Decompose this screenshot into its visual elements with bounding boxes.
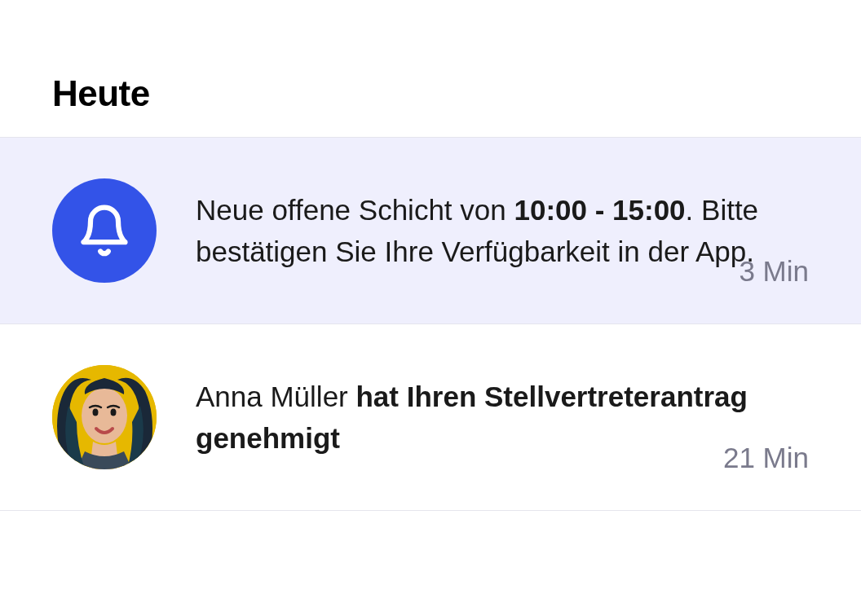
- notification-text: Neue offene Schicht von 10:00 - 15:00. B…: [196, 189, 809, 273]
- notification-list: Neue offene Schicht von 10:00 - 15:00. B…: [0, 137, 861, 511]
- avatar: [52, 365, 157, 469]
- notification-time: 3 Min: [739, 255, 809, 288]
- notification-item[interactable]: Anna Müller hat Ihren Stellvertreterantr…: [0, 324, 861, 511]
- svg-point-2: [93, 409, 99, 416]
- notification-text-bold: 10:00 - 15:00: [514, 194, 685, 226]
- notification-time: 21 Min: [723, 442, 809, 474]
- section-header: Heute: [0, 0, 861, 137]
- section-title: Heute: [52, 73, 809, 114]
- svg-point-1: [82, 388, 127, 443]
- svg-point-3: [111, 409, 117, 416]
- notification-item[interactable]: Neue offene Schicht von 10:00 - 15:00. B…: [0, 137, 861, 324]
- notification-text-prefix: Anna Müller: [196, 381, 355, 412]
- notification-text: Anna Müller hat Ihren Stellvertreterantr…: [196, 376, 809, 460]
- notification-text-prefix: Neue offene Schicht von: [196, 194, 514, 226]
- bell-icon: [52, 178, 157, 283]
